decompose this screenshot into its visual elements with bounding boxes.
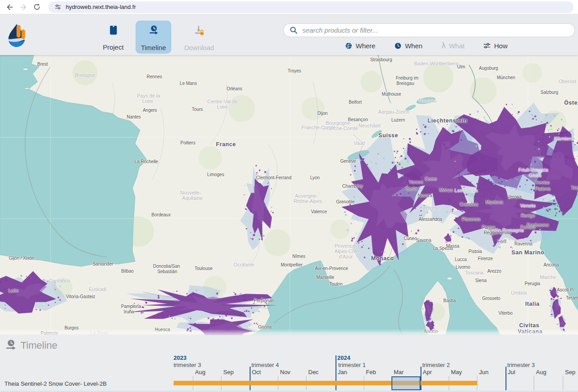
- axis-month-label: Dec: [308, 369, 319, 375]
- search-input[interactable]: search products or filter...: [283, 23, 575, 37]
- tab-download[interactable]: Download: [180, 21, 218, 54]
- timeline-selection[interactable]: [391, 376, 421, 390]
- filter-where[interactable]: Where: [345, 42, 375, 50]
- map-label-city: Angers: [143, 108, 157, 113]
- map-label-city: Livorno: [456, 265, 471, 270]
- axis-year-label: 2023: [174, 354, 187, 361]
- map-label-region: Bretagne: [75, 72, 95, 78]
- axis-month-label: Aug: [536, 369, 546, 375]
- map-label-city: Girona: [258, 325, 272, 329]
- map-label-city: Ravenna: [514, 241, 532, 246]
- reload-icon[interactable]: [31, 2, 42, 13]
- map-label-country: Civitas: [519, 322, 539, 329]
- map-label-country: Italia: [525, 301, 540, 307]
- filter-what[interactable]: λ What: [441, 42, 464, 50]
- map-label-region: Marche: [540, 274, 557, 280]
- axis-trimester-label: trimester 1: [338, 362, 366, 368]
- map-label-city: Lyon: [310, 175, 319, 180]
- axis-month-label: Jan: [338, 369, 347, 375]
- map-label-region: Euskadi: [89, 287, 106, 292]
- map-label-city: Treviso: [535, 180, 549, 185]
- map-label-city: Marseille: [316, 275, 334, 280]
- filter-when-label: When: [405, 42, 422, 50]
- map-label-region: Thurgau: [418, 98, 437, 103]
- map-label-country: San Marino: [511, 249, 544, 256]
- map-label-city: Brest: [37, 62, 47, 67]
- axis-month-label: Nov: [280, 369, 290, 375]
- timeline-row-bar[interactable]: [174, 381, 477, 385]
- map-label-city: Ferrara: [521, 225, 536, 230]
- timeline-panel: Timeline AugSepOctNovDecJanFebMarAprMayJ…: [0, 335, 578, 392]
- filter-when[interactable]: When: [394, 42, 422, 50]
- map-canvas[interactable]: FranceMonacoItaliaSan MarinoCivitasVatic…: [0, 55, 578, 335]
- axis-month-label: Feb: [366, 369, 376, 375]
- map-labels-layer: FranceMonacoItaliaSan MarinoCivitasVatic…: [0, 55, 578, 335]
- filter-how[interactable]: How: [483, 42, 507, 50]
- map-label-city: Bastia: [443, 298, 456, 303]
- tune-icon[interactable]: [54, 3, 62, 11]
- axis-month-label: Sep: [565, 369, 575, 375]
- axis-trimester-label: trimester 3: [507, 362, 535, 368]
- map-label-region: Rhône-Alpes: [293, 198, 322, 204]
- map-label-region: d'Azur: [339, 254, 353, 259]
- map-label-city: Augsburg: [479, 66, 498, 71]
- map-label-city: Donostia/San: [153, 264, 180, 269]
- map-label-region: Auvergne-: [295, 193, 318, 198]
- map-bottom-fade: [0, 329, 578, 335]
- map-label-city: Orléans: [226, 86, 242, 91]
- map-label-region: Veneto: [520, 203, 536, 208]
- tab-project[interactable]: Project: [95, 21, 132, 54]
- forward-arrow-icon[interactable]: [18, 2, 29, 13]
- timeline-axis[interactable]: AugSepOctNovDecJanFebMarAprMayJunJulAugS…: [0, 335, 578, 392]
- url-text[interactable]: hydroweb.next.theia-land.fr: [66, 4, 136, 10]
- address-bar[interactable]: hydroweb.next.theia-land.fr: [48, 1, 574, 13]
- map-label-city: Chambéry: [342, 184, 363, 189]
- map-label-city: Perugia: [525, 281, 540, 286]
- map-label-city: München: [497, 75, 515, 80]
- globe-icon: [345, 42, 353, 50]
- map-label-city: Besançon: [348, 117, 368, 122]
- map-label-region: Cantabria: [49, 278, 70, 283]
- map-label-region: Loire: [217, 104, 228, 110]
- map-label-city: Sebastián: [157, 269, 177, 274]
- axis-month-label: Apr: [423, 369, 432, 375]
- back-arrow-icon[interactable]: [4, 2, 15, 13]
- map-label-city: Ulm: [457, 64, 465, 69]
- map-label-region: Alpes-Côte: [335, 249, 359, 254]
- axis-month-label: May: [451, 369, 462, 375]
- filter-where-label: Where: [356, 42, 375, 50]
- hydroweb-logo[interactable]: [7, 24, 26, 49]
- map-label-country: Liechtenstein: [428, 118, 467, 124]
- map-label-city: Trie: [571, 185, 578, 190]
- map-label-city: Padova: [535, 186, 550, 191]
- map-label-city: Siena: [475, 278, 487, 283]
- axis-year-label: 2024: [337, 354, 350, 361]
- map-label-city: Valence: [311, 209, 327, 214]
- map-label-region: Provence-: [335, 243, 357, 249]
- map-label-city: Reggio Emilia: [484, 230, 511, 235]
- axis-month-label: Sep: [223, 369, 234, 375]
- map-label-city: Santander: [93, 261, 113, 266]
- map-label-region: Friuli-Venezia: [518, 167, 548, 173]
- axis-tick-sep: [563, 376, 563, 390]
- map-label-city: Bordeaux: [152, 212, 171, 217]
- map-label-city: Nantes: [127, 114, 141, 119]
- map-label-city: Gijón / Xixón: [9, 256, 34, 261]
- browser-toolbar: hydroweb.next.theia-land.fr: [0, 0, 578, 14]
- map-label-city: Bilbao: [121, 269, 134, 274]
- map-label-city: Luzern: [391, 118, 405, 122]
- tab-download-label: Download: [184, 44, 214, 51]
- tab-timeline[interactable]: Timeline: [136, 21, 171, 54]
- map-label-city: Como: [425, 177, 437, 181]
- map-label-city: Varese: [409, 180, 423, 185]
- map-label-city: Grenoble: [336, 199, 354, 204]
- map-label-city: Piacenza: [462, 217, 480, 222]
- map-label-city: Belfort: [349, 100, 362, 105]
- map-label-region: Baden-Württemberg: [414, 61, 458, 66]
- filter-how-label: How: [494, 42, 507, 50]
- map-label-city: Pistoia: [468, 249, 482, 254]
- map-label-city: Rennes: [147, 74, 162, 79]
- map-label-city: Troyes: [288, 68, 301, 73]
- map-label-city: Cremona: [459, 202, 478, 207]
- map-label-city: Grosseto: [482, 296, 501, 301]
